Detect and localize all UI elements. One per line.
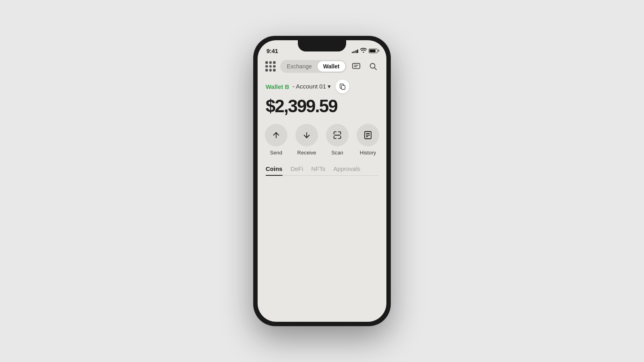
defi-tab[interactable]: DeFi bbox=[291, 162, 303, 175]
battery-fill bbox=[369, 49, 376, 52]
account-section: Wallet B - Account 01 ▾ $2,399.59 bbox=[258, 76, 386, 122]
svg-rect-3 bbox=[341, 85, 345, 89]
battery-icon bbox=[369, 49, 378, 53]
notch bbox=[298, 40, 346, 51]
signal-icon bbox=[352, 48, 359, 53]
send-label: Send bbox=[270, 150, 282, 156]
account-row: Wallet B - Account 01 ▾ bbox=[266, 80, 378, 93]
history-label: History bbox=[360, 150, 376, 156]
svg-line-2 bbox=[374, 68, 376, 70]
coins-tab[interactable]: Coins bbox=[266, 162, 283, 175]
send-action[interactable]: Send bbox=[265, 124, 287, 156]
status-time: 9:41 bbox=[266, 47, 278, 54]
asset-tabs: Coins DeFi NFTs Approvals bbox=[258, 162, 386, 176]
action-buttons: Send Receive bbox=[258, 122, 386, 162]
scan-action[interactable]: Scan bbox=[326, 124, 349, 156]
wallet-name: Wallet B bbox=[266, 83, 289, 90]
receive-label: Receive bbox=[297, 150, 316, 156]
history-action[interactable]: History bbox=[357, 124, 379, 156]
exchange-tab[interactable]: Exchange bbox=[281, 61, 318, 72]
top-nav: Exchange Wallet bbox=[258, 58, 386, 76]
approvals-tab[interactable]: Approvals bbox=[333, 162, 360, 175]
nfts-tab[interactable]: NFTs bbox=[311, 162, 325, 175]
copy-address-button[interactable] bbox=[336, 80, 349, 93]
balance-amount: $2,399.59 bbox=[266, 97, 378, 116]
phone-screen: 9:41 bbox=[258, 40, 386, 322]
exchange-wallet-switcher: Exchange Wallet bbox=[280, 60, 347, 73]
status-icons bbox=[352, 48, 378, 54]
search-icon-button[interactable] bbox=[366, 60, 380, 73]
grid-menu-icon[interactable] bbox=[264, 60, 277, 73]
wifi-icon bbox=[360, 48, 367, 54]
nav-actions bbox=[349, 60, 380, 73]
history-icon-circle bbox=[357, 124, 379, 146]
tabs-row: Coins DeFi NFTs Approvals bbox=[266, 162, 378, 176]
receive-icon-circle bbox=[295, 124, 318, 146]
account-sub: - Account 01 ▾ bbox=[293, 83, 331, 90]
chat-icon-button[interactable] bbox=[349, 60, 363, 73]
wallet-tab[interactable]: Wallet bbox=[318, 61, 345, 72]
send-icon-circle bbox=[265, 124, 287, 146]
svg-rect-0 bbox=[353, 64, 360, 69]
scan-icon-circle bbox=[326, 124, 349, 146]
scan-label: Scan bbox=[331, 150, 343, 156]
phone-frame: 9:41 bbox=[254, 36, 390, 326]
receive-action[interactable]: Receive bbox=[295, 124, 318, 156]
